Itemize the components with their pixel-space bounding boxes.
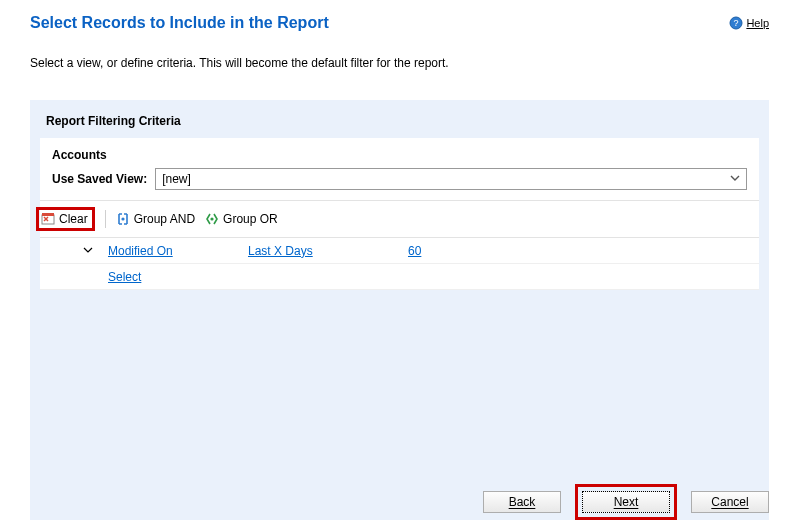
panel-header: Report Filtering Criteria: [30, 100, 769, 138]
criteria-value-link[interactable]: 60: [408, 244, 568, 258]
svg-point-7: [210, 217, 213, 220]
group-or-label: Group OR: [223, 212, 278, 226]
criteria-expand-toggle[interactable]: [68, 244, 108, 258]
page-title: Select Records to Include in the Report: [30, 14, 329, 32]
next-button[interactable]: Next: [582, 491, 670, 513]
clear-button[interactable]: Clear: [36, 207, 95, 231]
group-and-icon: [116, 212, 130, 226]
back-button[interactable]: Back: [483, 491, 561, 513]
help-link[interactable]: ? Help: [729, 16, 769, 30]
criteria-row: Modified On Last X Days 60: [40, 238, 759, 264]
criteria-panel: Report Filtering Criteria Accounts Use S…: [30, 100, 769, 520]
use-saved-view-label: Use Saved View:: [52, 172, 147, 186]
criteria-field-link[interactable]: Modified On: [108, 244, 248, 258]
criteria-select-row: Select: [40, 264, 759, 290]
saved-view-select[interactable]: [155, 168, 747, 190]
group-and-button[interactable]: Group AND: [116, 212, 195, 226]
footer-buttons: Back Next Cancel: [483, 484, 769, 520]
group-or-icon: [205, 212, 219, 226]
help-icon: ?: [729, 16, 743, 30]
cancel-button[interactable]: Cancel: [691, 491, 769, 513]
svg-rect-3: [42, 213, 54, 216]
svg-text:?: ?: [734, 18, 739, 28]
next-highlight: Next: [575, 484, 677, 520]
instruction-text: Select a view, or define criteria. This …: [30, 56, 769, 70]
clear-icon: [41, 212, 55, 226]
group-and-label: Group AND: [134, 212, 195, 226]
group-or-button[interactable]: Group OR: [205, 212, 278, 226]
toolbar-divider: [105, 210, 106, 228]
criteria-select-link[interactable]: Select: [108, 270, 759, 284]
help-label: Help: [746, 17, 769, 29]
clear-label: Clear: [59, 212, 88, 226]
inner-panel: Accounts Use Saved View: Clear: [40, 138, 759, 290]
svg-rect-2: [42, 215, 54, 224]
section-header: Accounts: [40, 138, 759, 168]
criteria-operator-link[interactable]: Last X Days: [248, 244, 408, 258]
svg-point-6: [121, 217, 124, 220]
